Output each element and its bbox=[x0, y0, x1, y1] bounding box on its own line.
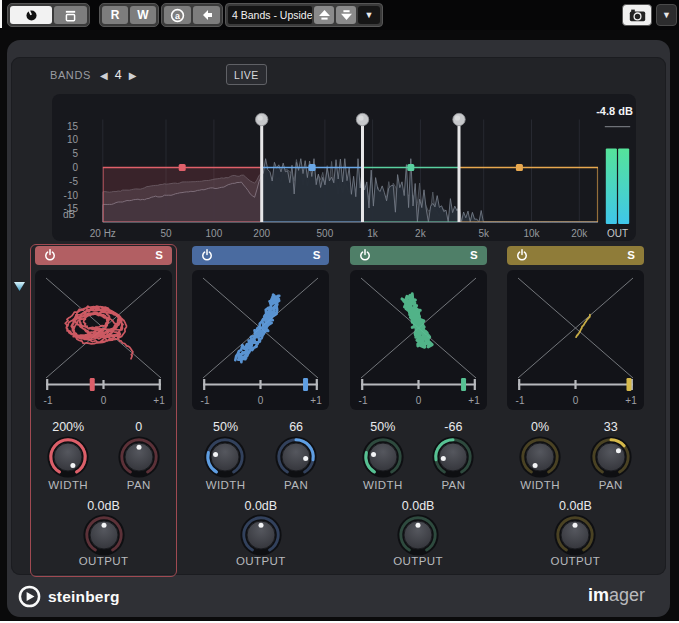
svg-text:a: a bbox=[175, 10, 180, 20]
plugin-state-group bbox=[7, 3, 90, 27]
scale-label-neg1: -1 bbox=[358, 395, 367, 406]
output-label: OUTPUT bbox=[530, 555, 620, 567]
scale-label-pos1: +1 bbox=[153, 395, 165, 406]
output-knob[interactable] bbox=[238, 512, 284, 558]
freq-tick-label: 20k bbox=[571, 228, 588, 239]
band-solo-button[interactable]: S bbox=[627, 250, 635, 262]
next-preset-button[interactable] bbox=[336, 6, 356, 24]
correlation-marker bbox=[303, 378, 308, 391]
bypass-button[interactable] bbox=[54, 6, 87, 24]
width-label: WIDTH bbox=[191, 479, 261, 491]
pan-label: PAN bbox=[576, 479, 646, 491]
pan-knob[interactable] bbox=[116, 434, 162, 480]
crossover-handle-2[interactable] bbox=[356, 113, 368, 125]
host-menu-button[interactable]: ▼ bbox=[656, 4, 677, 26]
knob-indicator-dot bbox=[71, 463, 76, 468]
band-header-3[interactable]: S bbox=[350, 246, 487, 265]
band-power-icon[interactable] bbox=[359, 249, 371, 261]
band-solo-button[interactable]: S bbox=[470, 250, 478, 262]
pan-knob[interactable] bbox=[273, 434, 319, 480]
snapshot-button[interactable] bbox=[622, 4, 652, 26]
plugin-power-button[interactable] bbox=[10, 6, 52, 24]
freq-tick-label: 50 bbox=[160, 228, 172, 239]
window-left-edge bbox=[0, 0, 2, 28]
bands-decrease-arrow[interactable]: ◀ bbox=[100, 70, 108, 81]
automation-a-button[interactable]: a bbox=[164, 6, 191, 24]
band-solo-button[interactable]: S bbox=[313, 250, 321, 262]
preset-section: 4 Bands - Upside ▼ bbox=[225, 3, 383, 27]
band-panel-4: S-10+10%33WIDTHPAN0.0dBOUTPUT bbox=[507, 246, 644, 577]
band-power-icon[interactable] bbox=[44, 249, 56, 261]
knob-body bbox=[369, 443, 397, 471]
automation-rw-group: R W bbox=[99, 3, 159, 27]
scope-signal-trace bbox=[236, 294, 280, 362]
live-button[interactable]: LIVE bbox=[226, 64, 267, 85]
host-title-bar: R W a 4 Bands - Upside ▼ bbox=[0, 0, 679, 30]
band-solo-button[interactable]: S bbox=[155, 250, 163, 262]
collapse-strip-arrow[interactable] bbox=[13, 281, 26, 292]
scale-label-zero: 0 bbox=[573, 395, 579, 406]
band-power-icon[interactable] bbox=[201, 249, 213, 261]
freq-tick-label: 200 bbox=[253, 228, 270, 239]
band-gain-handle-1[interactable] bbox=[179, 164, 186, 171]
scale-label-pos1: +1 bbox=[468, 395, 480, 406]
read-automation-button[interactable]: R bbox=[102, 6, 128, 24]
out-meter-label: OUT bbox=[607, 228, 628, 239]
scale-label-zero: 0 bbox=[415, 395, 421, 406]
band-header-4[interactable]: S bbox=[507, 246, 644, 265]
preset-name-box[interactable]: 4 Bands - Upside bbox=[228, 6, 312, 24]
camera-icon bbox=[629, 9, 646, 22]
band-gain-handle-2[interactable] bbox=[309, 164, 316, 171]
output-knob[interactable] bbox=[395, 512, 441, 558]
pan-label: PAN bbox=[418, 479, 488, 491]
band-header-1[interactable]: S bbox=[35, 246, 172, 265]
vectorscope-band-3: -10+1 bbox=[350, 270, 487, 410]
crossover-handle-1[interactable] bbox=[256, 113, 268, 125]
output-value: 0.0dB bbox=[221, 499, 301, 513]
output-knob[interactable] bbox=[81, 512, 127, 558]
output-value: 0.0dB bbox=[64, 499, 144, 513]
knob-indicator-dot bbox=[616, 448, 621, 453]
bands-increase-arrow[interactable]: ▶ bbox=[129, 70, 137, 81]
output-label: OUTPUT bbox=[373, 555, 463, 567]
band-power-icon[interactable] bbox=[516, 249, 528, 261]
bypass-icon bbox=[64, 9, 77, 22]
freq-tick-label: 2k bbox=[415, 228, 427, 239]
output-knob[interactable] bbox=[552, 512, 598, 558]
knob-indicator-dot bbox=[441, 456, 446, 461]
band-gain-handle-4[interactable] bbox=[516, 164, 523, 171]
db-tick-label: -5 bbox=[69, 176, 78, 187]
left-arrow-icon bbox=[200, 9, 214, 21]
width-knob[interactable] bbox=[517, 434, 563, 480]
crossover-handle-3[interactable] bbox=[453, 113, 465, 125]
scale-label-pos1: +1 bbox=[625, 395, 637, 406]
band-gain-handle-3[interactable] bbox=[407, 164, 414, 171]
screenshot-stage: {"window":{"titlebar":{"power_button":"p… bbox=[0, 0, 679, 623]
switch-ab-button[interactable] bbox=[193, 6, 220, 24]
correlation-marker bbox=[461, 378, 466, 391]
db-tick-label: 0 bbox=[72, 162, 78, 173]
up-triangle-icon bbox=[318, 9, 331, 21]
freq-tick-label: 100 bbox=[206, 228, 223, 239]
scale-label-neg1: -1 bbox=[44, 395, 53, 406]
width-knob[interactable] bbox=[360, 434, 406, 480]
band-header-2[interactable]: S bbox=[192, 246, 329, 265]
width-knob[interactable] bbox=[45, 434, 91, 480]
scope-signal-trace bbox=[65, 306, 133, 359]
preset-menu-button[interactable]: ▼ bbox=[358, 6, 380, 24]
pan-knob[interactable] bbox=[430, 434, 476, 480]
previous-preset-button[interactable] bbox=[314, 6, 334, 24]
db-tick-label: 5 bbox=[72, 148, 78, 159]
bands-stepper: ◀ 4 ▶ bbox=[100, 62, 136, 88]
width-knob[interactable] bbox=[202, 434, 248, 480]
write-automation-button[interactable]: W bbox=[130, 6, 156, 24]
switch-group: a bbox=[161, 3, 223, 27]
knob-indicator-dot bbox=[258, 522, 263, 527]
pan-knob[interactable] bbox=[588, 434, 634, 480]
bands-count: 4 bbox=[115, 68, 122, 82]
band-panel-1: S-10+1200%0WIDTHPAN0.0dBOUTPUT bbox=[35, 246, 172, 577]
scale-label-neg1: -1 bbox=[201, 395, 210, 406]
out-meter-bar-2 bbox=[618, 149, 629, 224]
pan-label: PAN bbox=[261, 479, 331, 491]
spectrum-display: 20 Hz501002005001k2k5k10k20k151050-5-10-… bbox=[52, 94, 636, 241]
